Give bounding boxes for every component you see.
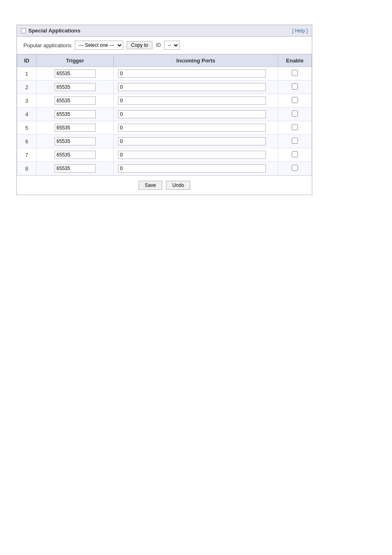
cell-incoming bbox=[114, 148, 278, 162]
panel-title-icon bbox=[21, 28, 26, 33]
popular-label: Popular applications bbox=[23, 42, 71, 48]
panel-header: Special Applications [ Help ] bbox=[17, 25, 312, 37]
panel-title: Special Applications bbox=[21, 28, 81, 34]
cell-trigger bbox=[37, 108, 114, 121]
cell-incoming bbox=[114, 94, 278, 108]
enable-checkbox[interactable] bbox=[292, 111, 298, 117]
trigger-input[interactable] bbox=[55, 97, 96, 105]
cell-incoming bbox=[114, 162, 278, 175]
trigger-input[interactable] bbox=[55, 124, 96, 132]
enable-checkbox[interactable] bbox=[292, 138, 298, 144]
incoming-input[interactable] bbox=[118, 69, 266, 78]
cell-id: 8 bbox=[17, 162, 37, 175]
enable-checkbox[interactable] bbox=[292, 97, 298, 103]
cell-enable bbox=[278, 67, 311, 81]
cell-enable bbox=[278, 148, 311, 162]
cell-id: 5 bbox=[17, 121, 37, 135]
enable-checkbox[interactable] bbox=[292, 83, 298, 90]
undo-button[interactable]: Undo bbox=[166, 181, 190, 190]
applications-table: ID Trigger Incoming Ports Enable 1234567… bbox=[17, 54, 312, 175]
popular-row: Popular applications --- Select one --- … bbox=[17, 37, 312, 54]
panel: Special Applications [ Help ] Popular ap… bbox=[16, 25, 312, 195]
col-header-incoming: Incoming Ports bbox=[114, 55, 278, 67]
trigger-input[interactable] bbox=[55, 151, 96, 159]
trigger-input[interactable] bbox=[55, 110, 96, 118]
trigger-input[interactable] bbox=[55, 164, 96, 173]
footer-row: Save Undo bbox=[17, 175, 312, 195]
table-row: 4 bbox=[17, 108, 312, 121]
cell-trigger bbox=[37, 121, 114, 135]
table-row: 5 bbox=[17, 121, 312, 135]
help-link[interactable]: [ Help ] bbox=[292, 28, 308, 34]
trigger-input[interactable] bbox=[55, 69, 96, 78]
cell-id: 4 bbox=[17, 108, 37, 121]
cell-incoming bbox=[114, 67, 278, 81]
cell-enable bbox=[278, 108, 311, 121]
incoming-input[interactable] bbox=[118, 97, 266, 105]
cell-id: 7 bbox=[17, 148, 37, 162]
popular-applications-select[interactable]: --- Select one --- bbox=[75, 41, 123, 50]
cell-incoming bbox=[114, 135, 278, 148]
enable-checkbox[interactable] bbox=[292, 124, 298, 130]
cell-trigger bbox=[37, 135, 114, 148]
table-row: 2 bbox=[17, 81, 312, 94]
incoming-input[interactable] bbox=[118, 110, 266, 118]
cell-trigger bbox=[37, 94, 114, 108]
id-select[interactable]: -- 1 2 3 4 5 6 7 8 bbox=[164, 41, 180, 50]
col-header-id: ID bbox=[17, 55, 37, 67]
incoming-input[interactable] bbox=[118, 124, 266, 132]
table-header-row: ID Trigger Incoming Ports Enable bbox=[17, 55, 312, 67]
col-header-trigger: Trigger bbox=[37, 55, 114, 67]
cell-enable bbox=[278, 162, 311, 175]
save-button[interactable]: Save bbox=[138, 181, 162, 190]
table-row: 7 bbox=[17, 148, 312, 162]
cell-trigger bbox=[37, 81, 114, 94]
enable-checkbox[interactable] bbox=[292, 151, 298, 157]
cell-id: 3 bbox=[17, 94, 37, 108]
incoming-input[interactable] bbox=[118, 151, 266, 159]
cell-enable bbox=[278, 121, 311, 135]
enable-checkbox[interactable] bbox=[292, 165, 298, 171]
incoming-input[interactable] bbox=[118, 164, 266, 173]
cell-id: 2 bbox=[17, 81, 37, 94]
page-wrapper: Special Applications [ Help ] Popular ap… bbox=[0, 0, 392, 220]
panel-title-text: Special Applications bbox=[28, 28, 81, 34]
cell-trigger bbox=[37, 67, 114, 81]
trigger-input[interactable] bbox=[55, 83, 96, 91]
incoming-input[interactable] bbox=[118, 137, 266, 145]
trigger-input[interactable] bbox=[55, 137, 96, 145]
id-label: ID bbox=[156, 42, 161, 48]
cell-id: 6 bbox=[17, 135, 37, 148]
table-row: 8 bbox=[17, 162, 312, 175]
cell-trigger bbox=[37, 148, 114, 162]
cell-enable bbox=[278, 81, 311, 94]
cell-id: 1 bbox=[17, 67, 37, 81]
cell-incoming bbox=[114, 121, 278, 135]
col-header-enable: Enable bbox=[278, 55, 311, 67]
copy-to-button[interactable]: Copy to bbox=[127, 41, 152, 49]
table-row: 6 bbox=[17, 135, 312, 148]
table-row: 1 bbox=[17, 67, 312, 81]
cell-enable bbox=[278, 94, 311, 108]
enable-checkbox[interactable] bbox=[292, 70, 298, 76]
incoming-input[interactable] bbox=[118, 83, 266, 91]
cell-incoming bbox=[114, 81, 278, 94]
cell-trigger bbox=[37, 162, 114, 175]
cell-incoming bbox=[114, 108, 278, 121]
cell-enable bbox=[278, 135, 311, 148]
table-row: 3 bbox=[17, 94, 312, 108]
